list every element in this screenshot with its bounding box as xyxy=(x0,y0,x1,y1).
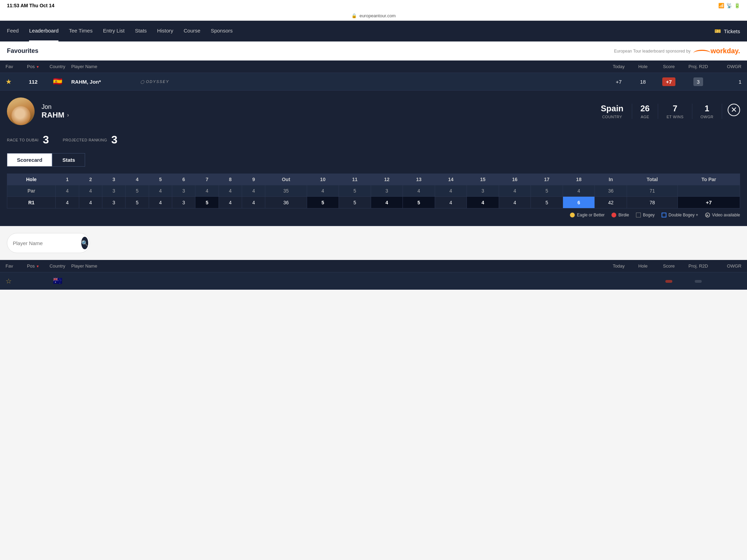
workday-logo: workday. xyxy=(711,47,740,55)
favourite-star[interactable]: ★ xyxy=(6,77,23,86)
col-pos-header: Pos ▼ xyxy=(23,64,44,69)
battery-icon: 🔋 xyxy=(734,3,740,8)
stat-country: Spain COUNTRY xyxy=(592,104,632,119)
url-bar[interactable]: 🔒 europeantour.com xyxy=(0,11,747,21)
nav-history[interactable]: History xyxy=(157,21,173,41)
player-name: RAHM, Jon* xyxy=(71,79,101,85)
legend-birdie: Birdie xyxy=(611,213,629,217)
player-name-cell: RAHM, Jon* xyxy=(71,79,140,85)
player-info-row: Jon RAHM › Spain COUNTRY 26 AGE 7 ET xyxy=(7,97,740,125)
player-proj-r2d: 3 xyxy=(683,77,714,86)
wifi-icon: 📡 xyxy=(726,3,732,8)
scorecard-tabs: Scorecard Stats xyxy=(7,153,740,167)
second-leaderboard-table: Fav Pos ▼ Country Player Name Today Hole… xyxy=(0,260,747,290)
tab-scorecard[interactable]: Scorecard xyxy=(7,153,52,167)
player-detail-panel: Jon RAHM › Spain COUNTRY 26 AGE 7 ET xyxy=(0,91,747,226)
hole-col-header: Hole xyxy=(7,174,56,185)
player-stats-block: Spain COUNTRY 26 AGE 7 ET WINS 1 OWGR ✕ xyxy=(592,104,740,119)
r1-row: R1 4 4 3 5 4 3 5 4 4 36 5 5 4 5 4 4 xyxy=(7,197,740,208)
stat-et-wins: 7 ET WINS xyxy=(658,104,692,119)
status-bar: 11:53 AM Thu Oct 14 📶 📡 🔋 xyxy=(0,0,747,11)
tickets-button[interactable]: 🎫 Tickets xyxy=(714,28,740,34)
player-full-name: Jon RAHM › xyxy=(42,103,69,120)
col-fav-header: Fav xyxy=(6,64,23,69)
col-projr2d-header: Proj. R2D xyxy=(683,64,714,69)
search-input[interactable] xyxy=(13,240,79,246)
player-owgr: 1 xyxy=(714,79,741,85)
nav-feed[interactable]: Feed xyxy=(7,21,19,41)
race-to-dubai-block: RACE TO DUBAI 3 xyxy=(7,133,49,146)
player-flag: 🇪🇸 xyxy=(44,77,71,86)
player-score-badge: +7 xyxy=(655,77,683,86)
double-bogey-indicator xyxy=(662,213,666,217)
scorecard-legend: Eagle or Better Birdie Bogey Double Boge… xyxy=(7,213,740,217)
pos-sort-icon: ▼ xyxy=(36,65,39,69)
nav-sponsors[interactable]: Sponsors xyxy=(211,21,232,41)
col2-playername-header: Player Name xyxy=(71,263,140,269)
col-today-header: Today xyxy=(607,64,631,69)
col2-country-header: Country xyxy=(44,263,71,269)
favourites-header: Favourites European Tour leaderboard spo… xyxy=(0,41,747,60)
col-country-header: Country xyxy=(44,64,71,69)
search-section: 🔍 xyxy=(0,226,747,260)
pos2-sort-icon: ▼ xyxy=(36,264,39,268)
col2-fav-header: Fav xyxy=(6,263,23,269)
player-avatar xyxy=(7,97,35,125)
legend-bogey: Bogey xyxy=(636,213,655,217)
player-sponsor-logo: ◯ ODYSSEY xyxy=(140,80,607,84)
favourites-title: Favourites xyxy=(7,47,38,55)
status-time: 11:53 AM Thu Oct 14 xyxy=(7,3,54,8)
scorecard-table: Hole 1 2 3 4 5 6 7 8 9 Out 10 11 12 13 1… xyxy=(7,174,740,208)
nav-leaderboard[interactable]: Leaderboard xyxy=(29,21,58,41)
stat-age: 26 AGE xyxy=(632,104,658,119)
nav-course[interactable]: Course xyxy=(184,21,200,41)
col-hole-header: Hole xyxy=(631,64,655,69)
partial-player-row[interactable]: ☆ 🇦🇺 xyxy=(0,272,747,290)
par-row: Par 4 4 3 5 4 3 4 4 4 35 4 5 3 4 4 3 xyxy=(7,185,740,197)
col-playername-header: Player Name xyxy=(71,64,140,69)
stat-owgr: 1 OWGR xyxy=(692,104,722,119)
eagle-indicator xyxy=(570,213,575,217)
player-row[interactable]: ★ 112 🇪🇸 RAHM, Jon* ◯ ODYSSEY +7 18 +7 3… xyxy=(0,73,747,91)
second-table-header-row: Fav Pos ▼ Country Player Name Today Hole… xyxy=(0,260,747,272)
tab-stats[interactable]: Stats xyxy=(52,153,85,167)
scorecard-header-row: Hole 1 2 3 4 5 6 7 8 9 Out 10 11 12 13 1… xyxy=(7,174,740,185)
table-header-row: Fav Pos ▼ Country Player Name Today Hole… xyxy=(0,60,747,73)
col2-today-header: Today xyxy=(607,263,631,269)
workday-arc xyxy=(693,50,711,57)
close-detail-button[interactable]: ✕ xyxy=(728,104,740,116)
video-indicator: ▶ xyxy=(705,213,710,217)
nav-entry-list[interactable]: Entry List xyxy=(103,21,125,41)
sponsor-area: European Tour leaderboard sponsored by w… xyxy=(614,47,740,55)
player-hole: 18 xyxy=(631,79,655,85)
nav-stats[interactable]: Stats xyxy=(135,21,147,41)
legend-double-bogey: Double Bogey + xyxy=(662,213,698,217)
nav-tee-times[interactable]: Tee Times xyxy=(69,21,92,41)
birdie-indicator xyxy=(611,213,616,217)
race-row: RACE TO DUBAI 3 PROJECTED RANKING 3 xyxy=(7,133,740,146)
col-score-header: Score xyxy=(655,64,683,69)
projected-ranking-block: PROJECTED RANKING 3 xyxy=(63,133,117,146)
legend-eagle: Eagle or Better xyxy=(570,213,605,217)
partial-fav-star[interactable]: ☆ xyxy=(6,277,23,285)
main-nav: Feed Leaderboard Tee Times Entry List St… xyxy=(0,21,747,41)
partial-player-flag: 🇦🇺 xyxy=(44,277,71,286)
col2-owgr-header: OWGR xyxy=(714,263,741,269)
player-position: 112 xyxy=(23,79,44,85)
url-text: europeantour.com xyxy=(359,13,396,18)
col-owgr-header: OWGR xyxy=(714,64,741,69)
player-profile-link[interactable]: › xyxy=(67,112,69,118)
nav-links: Feed Leaderboard Tee Times Entry List St… xyxy=(7,21,714,41)
player-today-score: +7 xyxy=(607,79,631,85)
col2-hole-header: Hole xyxy=(631,263,655,269)
lock-icon: 🔒 xyxy=(351,13,357,18)
legend-video: ▶ Video available xyxy=(705,213,740,217)
col2-pos-header: Pos ▼ xyxy=(23,263,44,269)
search-button[interactable]: 🔍 xyxy=(81,237,88,249)
ticket-icon: 🎫 xyxy=(714,28,721,34)
status-icons: 📶 📡 🔋 xyxy=(718,3,740,8)
search-wrap[interactable]: 🔍 xyxy=(7,233,90,253)
signal-icon: 📶 xyxy=(718,3,724,8)
col2-projr2d-header: Proj. R2D xyxy=(683,263,714,269)
bogey-indicator xyxy=(636,213,641,217)
